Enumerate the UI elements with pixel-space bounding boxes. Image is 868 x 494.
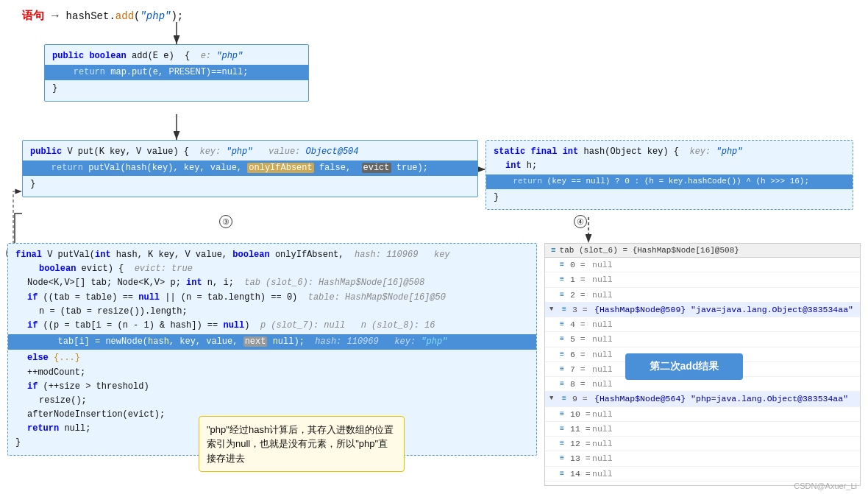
sentence-code: hashSet.add("php"); — [66, 10, 184, 22]
debug-row-key: 12 = — [570, 437, 592, 450]
debug-row-key: 9 = — [572, 392, 594, 405]
box4-line10: if (++size > threshold) — [15, 380, 529, 394]
box4-line11: resize(); — [15, 394, 529, 408]
debug-row-key: 8 = — [570, 378, 592, 390]
sentence-label: 语句 — [22, 9, 44, 23]
db-field-icon: ≡ — [557, 334, 567, 345]
debug-row: ≡10 = null — [545, 407, 860, 422]
debug-row-value: null — [592, 273, 613, 286]
debug-row-key: 2 = — [570, 289, 592, 301]
debug-row: ≡4 = null — [545, 317, 860, 332]
db-field-icon: ≡ — [557, 289, 567, 300]
box4-line2: boolean evict) { evict: true — [15, 262, 529, 276]
tooltip: "php"经过hash计算后，其存入进数组的位置索引为null，也就是没有元素，… — [199, 416, 405, 473]
debug-row-key: 6 = — [570, 348, 592, 361]
db-field-icon: ≡ — [557, 409, 567, 419]
db-field-icon: ≡ — [557, 320, 567, 330]
debug-row-value: {HashMap$Node@509} "java=java.lang.Objec… — [594, 303, 853, 316]
box4-line7: tab[i] = newNode(hash, key, value, next … — [8, 334, 536, 350]
add-result-label: 第二次add结果 — [625, 353, 743, 380]
debug-row-key: 1 = — [570, 273, 592, 286]
debug-row-value: null — [592, 289, 613, 301]
box3-line2: int h; — [494, 159, 845, 173]
top-sentence: 语句 → hashSet.add("php"); — [22, 9, 183, 23]
box4-line4: if ((tab = table) == null || (n = tab.le… — [15, 291, 529, 305]
box2-line2: return putVal(hash(key), key, value, onl… — [23, 160, 477, 176]
expand-open-icon[interactable]: ▼ — [549, 305, 557, 315]
debug-row-value: null — [592, 258, 613, 271]
debug-row-key: 11 = — [570, 423, 592, 435]
box3-line4: } — [494, 191, 845, 205]
debug-row: ▼≡3 = {HashMap$Node@509} "java=java.lang… — [545, 303, 860, 317]
box4-line1: final V putVal(int hash, K key, V value,… — [15, 248, 529, 262]
box1-line1: public boolean add(E e) { e: "php" — [52, 49, 301, 63]
debug-row-value: null — [592, 408, 613, 420]
circle-4: ④ — [574, 215, 587, 228]
debug-row-value: null — [592, 423, 613, 435]
debug-row: ≡2 = null — [545, 288, 860, 303]
debug-row-value: {HashMap$Node@564} "php=java.lang.Object… — [594, 392, 848, 405]
db-field-icon: ≡ — [557, 364, 567, 374]
debug-row-value: null — [592, 437, 613, 450]
debug-row-value: null — [592, 363, 613, 375]
debug-row: ≡11 = null — [545, 422, 860, 437]
debug-header: ≡ tab (slot_6) = {HashMap$Node[16]@508} — [545, 244, 860, 258]
debug-header-text: tab (slot_6) = {HashMap$Node[16]@508} — [560, 246, 739, 255]
debug-header-icon: ≡ — [551, 246, 556, 255]
debug-row: ≡12 = null — [545, 437, 860, 451]
box4-line5: n = (tab = resize()).length; — [15, 305, 529, 319]
box3-line3: return (key == null) ? 0 : (h = key.hash… — [486, 174, 853, 189]
db-field-icon: ≡ — [557, 275, 567, 285]
debug-row-value: null — [592, 378, 613, 390]
debug-row: ≡1 = null — [545, 272, 860, 287]
debug-row-key: 0 = — [570, 258, 592, 271]
box2-line3: } — [30, 177, 470, 191]
debug-row: ≡14 = null — [545, 467, 860, 481]
box-put-method: public V put(K key, V value) { key: "php… — [22, 140, 478, 197]
watermark: CSDN@Axuer_Li — [794, 481, 857, 490]
debug-row: ≡13 = null — [545, 451, 860, 466]
db-field-icon: ≡ — [557, 423, 567, 434]
debug-row-key: 13 = — [570, 452, 592, 465]
db-field-icon: ≡ — [557, 260, 567, 270]
db-field-icon: ≡ — [557, 468, 567, 479]
box-add-method: public boolean add(E e) { e: "php" retur… — [44, 44, 309, 102]
box-hash-method: static final int hash(Object key) { key:… — [485, 140, 853, 210]
expand-open-icon[interactable]: ▼ — [549, 394, 557, 404]
db-field-icon: ≡ — [557, 454, 567, 464]
debug-row-value: null — [592, 318, 613, 331]
box4-line3: Node<K,V>[] tab; Node<K,V> p; int n, i; … — [15, 276, 529, 290]
box1-line2: return map.put(e, PRESENT)==null; — [45, 65, 308, 80]
tooltip-text: "php"经过hash计算后，其存入进数组的位置索引为null，也就是没有元素，… — [207, 424, 394, 464]
db-field-icon: ≡ — [557, 379, 567, 389]
debug-row-value: null — [592, 452, 613, 465]
debug-row: ≡0 = null — [545, 258, 860, 272]
debug-row-key: 4 = — [570, 318, 592, 331]
debug-row-key: 7 = — [570, 363, 592, 375]
box4-line6: if ((p = tab[i = (n - 1) & hash]) == nul… — [15, 319, 529, 333]
debug-row-key: 14 = — [570, 467, 592, 480]
debug-row-value: null — [592, 467, 613, 480]
debug-row: ≡5 = null — [545, 332, 860, 347]
circle-3: ③ — [219, 215, 232, 228]
sentence-arrow: → — [51, 10, 59, 23]
box4-line9: ++modCount; — [15, 366, 529, 380]
box3-line1: static final int hash(Object key) { key:… — [494, 145, 845, 159]
debug-row-value: null — [592, 333, 613, 345]
db-field-icon: ≡ — [559, 304, 569, 314]
db-field-icon: ≡ — [557, 349, 567, 359]
box4-line8: else {...} — [15, 351, 529, 365]
debug-row-key: 10 = — [570, 408, 592, 420]
debug-row-value: null — [592, 348, 613, 361]
debug-row-key: 5 = — [570, 333, 592, 345]
box1-line3: } — [52, 82, 301, 96]
debug-row: ▼≡9 = {HashMap$Node@564} "php=java.lang.… — [545, 392, 860, 406]
box2-line1: public V put(K key, V value) { key: "php… — [30, 145, 470, 159]
db-field-icon: ≡ — [557, 439, 567, 449]
debug-row-key: 3 = — [572, 303, 594, 316]
db-field-icon: ≡ — [559, 394, 569, 404]
